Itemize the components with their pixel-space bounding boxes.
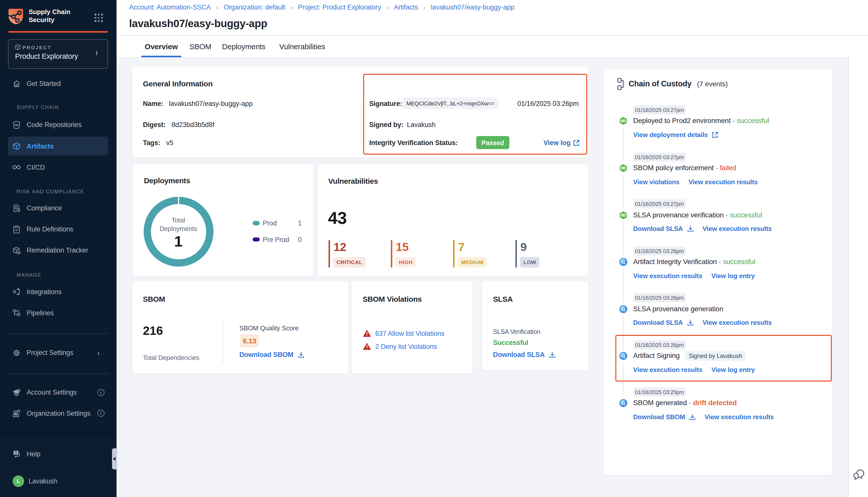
svg-text:?: ? xyxy=(15,451,17,455)
